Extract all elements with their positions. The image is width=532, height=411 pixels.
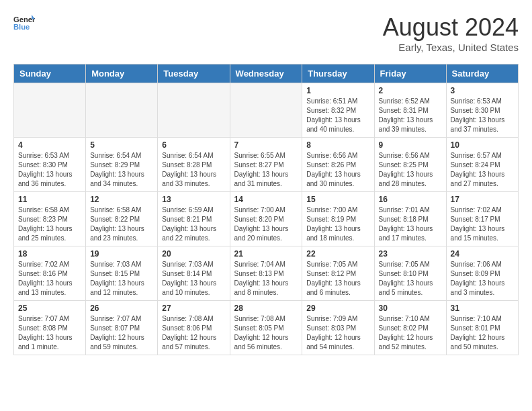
table-row (14, 83, 86, 138)
calendar-header-row: Sunday Monday Tuesday Wednesday Thursday… (14, 64, 519, 83)
day-number: 27 (162, 304, 225, 313)
day-number: 31 (451, 304, 514, 313)
header-saturday: Saturday (446, 64, 518, 83)
table-row: 8Sunrise: 6:56 AMSunset: 8:26 PMDaylight… (302, 138, 374, 192)
table-row: 22Sunrise: 7:05 AMSunset: 8:12 PMDayligh… (302, 246, 374, 301)
day-number: 11 (18, 195, 81, 204)
table-row: 11Sunrise: 6:58 AMSunset: 8:23 PMDayligh… (14, 192, 86, 246)
day-detail: Sunrise: 7:08 AMSunset: 8:05 PMDaylight:… (234, 314, 298, 352)
day-number: 5 (90, 140, 153, 150)
day-number: 21 (234, 249, 298, 259)
table-row: 21Sunrise: 7:04 AMSunset: 8:13 PMDayligh… (230, 246, 302, 301)
header-friday: Friday (374, 64, 446, 83)
day-detail: Sunrise: 7:06 AMSunset: 8:09 PMDaylight:… (451, 260, 514, 298)
day-detail: Sunrise: 7:09 AMSunset: 8:03 PMDaylight:… (306, 314, 369, 352)
day-number: 8 (306, 140, 369, 150)
day-detail: Sunrise: 7:10 AMSunset: 8:02 PMDaylight:… (379, 314, 442, 352)
header-tuesday: Tuesday (158, 64, 230, 83)
day-number: 24 (451, 249, 514, 259)
table-row: 13Sunrise: 6:59 AMSunset: 8:21 PMDayligh… (158, 192, 230, 246)
day-detail: Sunrise: 7:08 AMSunset: 8:06 PMDaylight:… (162, 314, 225, 352)
day-number: 2 (379, 86, 442, 95)
day-number: 20 (162, 249, 225, 259)
table-row: 31Sunrise: 7:10 AMSunset: 8:01 PMDayligh… (446, 301, 518, 355)
day-detail: Sunrise: 7:02 AMSunset: 8:17 PMDaylight:… (451, 205, 514, 243)
day-number: 12 (90, 195, 153, 204)
day-number: 28 (234, 304, 298, 313)
day-detail: Sunrise: 6:53 AMSunset: 8:30 PMDaylight:… (451, 97, 514, 134)
day-number: 29 (306, 304, 369, 313)
day-number: 4 (18, 140, 81, 150)
day-detail: Sunrise: 7:03 AMSunset: 8:14 PMDaylight:… (162, 260, 225, 298)
day-detail: Sunrise: 6:58 AMSunset: 8:22 PMDaylight:… (90, 205, 153, 243)
day-number: 3 (451, 86, 514, 95)
day-number: 1 (306, 86, 369, 95)
title-area: August 2024 Early, Texas, United States (383, 13, 519, 53)
day-detail: Sunrise: 7:00 AMSunset: 8:19 PMDaylight:… (306, 205, 369, 243)
day-detail: Sunrise: 7:05 AMSunset: 8:10 PMDaylight:… (379, 260, 442, 298)
calendar-table: Sunday Monday Tuesday Wednesday Thursday… (13, 64, 519, 355)
table-row: 28Sunrise: 7:08 AMSunset: 8:05 PMDayligh… (230, 301, 302, 355)
table-row: 10Sunrise: 6:57 AMSunset: 8:24 PMDayligh… (446, 138, 518, 192)
day-number: 14 (234, 195, 298, 204)
day-detail: Sunrise: 7:10 AMSunset: 8:01 PMDaylight:… (451, 314, 514, 352)
day-detail: Sunrise: 6:53 AMSunset: 8:30 PMDaylight:… (18, 151, 81, 189)
table-row: 16Sunrise: 7:01 AMSunset: 8:18 PMDayligh… (374, 192, 446, 246)
header-thursday: Thursday (302, 64, 374, 83)
table-row: 5Sunrise: 6:54 AMSunset: 8:29 PMDaylight… (86, 138, 158, 192)
table-row: 27Sunrise: 7:08 AMSunset: 8:06 PMDayligh… (158, 301, 230, 355)
day-number: 23 (379, 249, 442, 259)
day-number: 13 (162, 195, 225, 204)
logo-icon: General Blue (13, 13, 35, 32)
day-detail: Sunrise: 6:58 AMSunset: 8:23 PMDaylight:… (18, 205, 81, 243)
table-row: 7Sunrise: 6:55 AMSunset: 8:27 PMDaylight… (230, 138, 302, 192)
table-row: 30Sunrise: 7:10 AMSunset: 8:02 PMDayligh… (374, 301, 446, 355)
calendar-week-row: 1Sunrise: 6:51 AMSunset: 8:32 PMDaylight… (14, 83, 519, 138)
table-row: 25Sunrise: 7:07 AMSunset: 8:08 PMDayligh… (14, 301, 86, 355)
day-detail: Sunrise: 6:56 AMSunset: 8:25 PMDaylight:… (379, 151, 442, 189)
calendar-week-row: 18Sunrise: 7:02 AMSunset: 8:16 PMDayligh… (14, 246, 519, 301)
header: General Blue August 2024 Early, Texas, U… (13, 13, 519, 53)
calendar-week-row: 4Sunrise: 6:53 AMSunset: 8:30 PMDaylight… (14, 138, 519, 192)
table-row: 12Sunrise: 6:58 AMSunset: 8:22 PMDayligh… (86, 192, 158, 246)
header-wednesday: Wednesday (230, 64, 302, 83)
day-number: 26 (90, 304, 153, 313)
day-detail: Sunrise: 6:56 AMSunset: 8:26 PMDaylight:… (306, 151, 369, 189)
table-row: 4Sunrise: 6:53 AMSunset: 8:30 PMDaylight… (14, 138, 86, 192)
table-row: 17Sunrise: 7:02 AMSunset: 8:17 PMDayligh… (446, 192, 518, 246)
day-detail: Sunrise: 6:55 AMSunset: 8:27 PMDaylight:… (234, 151, 298, 189)
table-row: 19Sunrise: 7:03 AMSunset: 8:15 PMDayligh… (86, 246, 158, 301)
table-row: 15Sunrise: 7:00 AMSunset: 8:19 PMDayligh… (302, 192, 374, 246)
table-row: 23Sunrise: 7:05 AMSunset: 8:10 PMDayligh… (374, 246, 446, 301)
day-number: 16 (379, 195, 442, 204)
calendar-week-row: 11Sunrise: 6:58 AMSunset: 8:23 PMDayligh… (14, 192, 519, 246)
day-number: 6 (162, 140, 225, 150)
table-row: 14Sunrise: 7:00 AMSunset: 8:20 PMDayligh… (230, 192, 302, 246)
table-row: 24Sunrise: 7:06 AMSunset: 8:09 PMDayligh… (446, 246, 518, 301)
day-number: 25 (18, 304, 81, 313)
header-monday: Monday (86, 64, 158, 83)
day-detail: Sunrise: 7:02 AMSunset: 8:16 PMDaylight:… (18, 260, 81, 298)
day-detail: Sunrise: 7:00 AMSunset: 8:20 PMDaylight:… (234, 205, 298, 243)
table-row (86, 83, 158, 138)
day-detail: Sunrise: 6:59 AMSunset: 8:21 PMDaylight:… (162, 205, 225, 243)
day-detail: Sunrise: 7:04 AMSunset: 8:13 PMDaylight:… (234, 260, 298, 298)
calendar-week-row: 25Sunrise: 7:07 AMSunset: 8:08 PMDayligh… (14, 301, 519, 355)
table-row: 3Sunrise: 6:53 AMSunset: 8:30 PMDaylight… (446, 83, 518, 138)
day-number: 18 (18, 249, 81, 259)
table-row (158, 83, 230, 138)
logo: General Blue (13, 13, 35, 32)
table-row: 2Sunrise: 6:52 AMSunset: 8:31 PMDaylight… (374, 83, 446, 138)
table-row: 26Sunrise: 7:07 AMSunset: 8:07 PMDayligh… (86, 301, 158, 355)
day-number: 10 (451, 140, 514, 150)
day-detail: Sunrise: 6:51 AMSunset: 8:32 PMDaylight:… (306, 97, 369, 134)
day-detail: Sunrise: 6:52 AMSunset: 8:31 PMDaylight:… (379, 97, 442, 134)
header-sunday: Sunday (14, 64, 86, 83)
day-detail: Sunrise: 7:07 AMSunset: 8:07 PMDaylight:… (90, 314, 153, 352)
day-number: 7 (234, 140, 298, 150)
day-detail: Sunrise: 6:54 AMSunset: 8:29 PMDaylight:… (90, 151, 153, 189)
page-title: August 2024 (383, 13, 519, 42)
table-row: 1Sunrise: 6:51 AMSunset: 8:32 PMDaylight… (302, 83, 374, 138)
day-number: 19 (90, 249, 153, 259)
table-row: 29Sunrise: 7:09 AMSunset: 8:03 PMDayligh… (302, 301, 374, 355)
